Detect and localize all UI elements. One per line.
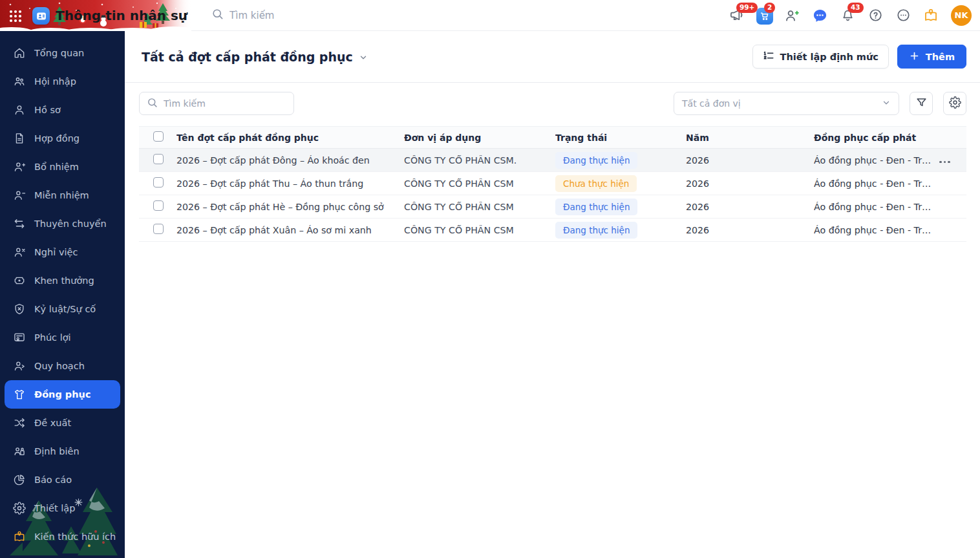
- table-row[interactable]: 2026 – Đợt cấp phát Thu – Áo thun trắngC…: [139, 172, 966, 195]
- cart-icon[interactable]: 2: [756, 8, 772, 23]
- topbar: Thông tin nhân sự 99+ 2: [0, 0, 980, 31]
- megaphone-icon[interactable]: 99+: [729, 8, 744, 23]
- status-badge: Đang thực hiện: [555, 152, 637, 169]
- sidebar-item-label: Định biên: [34, 446, 80, 456]
- sidebar-item-label: Khen thưởng: [34, 275, 94, 286]
- cell-unit: CÔNG TY CỔ PHẦN CSM: [404, 178, 555, 189]
- sidebar-item-bo-nhiem[interactable]: Bổ nhiệm: [5, 153, 120, 181]
- sidebar-item-label: Báo cáo: [34, 475, 72, 485]
- sidebar-item-de-xuat[interactable]: Đề xuất: [5, 409, 120, 437]
- table-header: Tên đợt cấp phát đồng phục Đơn vị áp dụn…: [139, 126, 966, 149]
- person-icon: [13, 103, 26, 116]
- row-actions-button[interactable]: [938, 158, 952, 166]
- unit-filter-select[interactable]: Tất cả đơn vị: [674, 92, 899, 115]
- add-button[interactable]: Thêm: [897, 45, 966, 69]
- sidebar-item-hoi-nhap[interactable]: Hội nhập: [5, 67, 120, 96]
- sidebar-item-ho-so[interactable]: Hồ sơ: [5, 96, 120, 124]
- cell-year: 2026: [686, 155, 814, 166]
- sidebar-item-bao-cao[interactable]: Báo cáo: [5, 466, 120, 494]
- topbar-actions: 99+ 2 43: [729, 5, 980, 26]
- sidebar-item-phuc-loi[interactable]: Phúc lợi: [5, 323, 120, 352]
- person-minus-icon: [13, 189, 26, 202]
- sidebar-item-mien-nhiem[interactable]: Miễn nhiệm: [5, 181, 120, 209]
- filter-button[interactable]: [910, 92, 933, 115]
- search-icon: [211, 8, 224, 23]
- chat-icon[interactable]: [812, 8, 827, 23]
- sidebar-item-thuyen-chuyen[interactable]: Thuyên chuyển: [5, 209, 120, 238]
- unit-filter-value: Tất cả đơn vị: [682, 98, 741, 109]
- sidebar-item-label: Tổng quan: [34, 48, 84, 58]
- sidebar-item-label: Phúc lợi: [34, 332, 71, 343]
- bell-badge: 43: [847, 3, 864, 13]
- person-x-icon: [13, 246, 26, 259]
- app-logo-icon[interactable]: [32, 7, 50, 25]
- table-row[interactable]: 2026 – Đợt cấp phát Xuân – Áo sơ mi xanh…: [139, 219, 966, 242]
- bell-icon[interactable]: 43: [840, 8, 855, 23]
- headcount-icon: [13, 445, 26, 458]
- document-icon: [13, 132, 26, 145]
- global-search[interactable]: [211, 8, 339, 23]
- sidebar: Tổng quanHội nhậpHồ sơHợp đồngBổ nhiệmMi…: [0, 31, 125, 558]
- sidebar-item-label: Kỷ luật/Sự cố: [34, 304, 96, 314]
- benefit-card-icon: [13, 331, 26, 344]
- column-header-unit: Đơn vị áp dụng: [404, 133, 555, 143]
- cell-unit: CÔNG TY CỔ PHẦN CSM.: [404, 155, 555, 166]
- help-icon[interactable]: [868, 8, 883, 23]
- global-search-input[interactable]: [229, 10, 339, 21]
- row-checkbox[interactable]: [153, 154, 164, 164]
- table-settings-button[interactable]: [943, 92, 966, 115]
- add-user-icon[interactable]: [784, 8, 800, 23]
- row-checkbox[interactable]: [153, 177, 164, 188]
- group-icon: [13, 75, 26, 88]
- status-badge: Đang thực hiện: [555, 199, 637, 215]
- sidebar-item-nghi-viec[interactable]: Nghỉ việc: [5, 238, 120, 266]
- sidebar-item-dinh-bien[interactable]: Định biên: [5, 437, 120, 466]
- cell-batch-name: 2026 – Đợt cấp phát Hè – Đồng phục công …: [176, 202, 404, 212]
- cell-uniform: Áo đồng phục - Đen - Trắng: [814, 225, 938, 235]
- row-checkbox[interactable]: [153, 200, 164, 211]
- toolbar-right: Tất cả đơn vị: [674, 92, 966, 115]
- sidebar-item-label: Quy hoạch: [34, 361, 85, 371]
- cell-unit: CÔNG TY CỔ PHẦN CSM: [404, 225, 555, 235]
- shield-x-icon: [13, 303, 26, 316]
- swap-icon: [13, 217, 26, 230]
- megaphone-badge: 99+: [736, 3, 758, 13]
- chevron-down-icon: [359, 50, 368, 65]
- select-all-checkbox[interactable]: [153, 131, 164, 142]
- app-title: Thông tin nhân sự: [56, 8, 187, 23]
- app-launcher-icon[interactable]: [8, 8, 23, 24]
- sidebar-item-label: Thuyên chuyển: [34, 219, 107, 229]
- column-header-name: Tên đợt cấp phát đồng phục: [176, 133, 404, 143]
- cell-year: 2026: [686, 225, 814, 235]
- sidebar-item-quy-hoach[interactable]: Quy hoạch: [5, 352, 120, 380]
- cell-batch-name: 2026 – Đợt cấp phát Đông – Áo khoác đen: [176, 155, 404, 166]
- table-row[interactable]: 2026 – Đợt cấp phát Hè – Đồng phục công …: [139, 195, 966, 219]
- cell-unit: CÔNG TY CỔ PHẦN CSM: [404, 202, 555, 212]
- table-search-input[interactable]: [164, 98, 286, 109]
- column-header-year: Năm: [686, 133, 814, 143]
- sidebar-item-hop-dong[interactable]: Hợp đồng: [5, 124, 120, 153]
- header-actions: Thiết lập định mức Thêm: [752, 45, 966, 69]
- avatar[interactable]: NK: [951, 5, 972, 26]
- more-icon[interactable]: [895, 8, 911, 23]
- setup-quota-button[interactable]: Thiết lập định mức: [752, 45, 889, 69]
- add-label: Thêm: [926, 52, 955, 62]
- table-search[interactable]: [139, 92, 294, 115]
- page-title-dropdown[interactable]: Tất cả đợt cấp phát đồng phục: [142, 48, 368, 65]
- row-checkbox[interactable]: [153, 224, 164, 234]
- sidebar-item-thiet-lap[interactable]: Thiết lập: [5, 494, 120, 522]
- gear-icon: [13, 502, 26, 515]
- sidebar-item-tong-quan[interactable]: Tổng quan: [5, 39, 120, 67]
- home-icon: [13, 47, 26, 59]
- sidebar-item-ky-luat-su-co[interactable]: Kỷ luật/Sự cố: [5, 295, 120, 323]
- sidebar-item-khen-thuong[interactable]: Khen thưởng: [5, 266, 120, 295]
- shuffle-icon: [13, 416, 26, 429]
- column-header-status: Trạng thái: [555, 133, 686, 143]
- sidebar-item-dong-phuc[interactable]: Đồng phục: [5, 380, 120, 409]
- page-title: Tất cả đợt cấp phát đồng phục: [142, 50, 353, 64]
- sidebar-item-kien-thuc-huu-ich[interactable]: Kiến thức hữu ích: [5, 522, 120, 551]
- sidebar-item-label: Đề xuất: [34, 418, 71, 428]
- filter-icon: [915, 96, 928, 111]
- knowledge-book-icon[interactable]: [923, 8, 939, 23]
- table-row[interactable]: 2026 – Đợt cấp phát Đông – Áo khoác đenC…: [139, 149, 966, 172]
